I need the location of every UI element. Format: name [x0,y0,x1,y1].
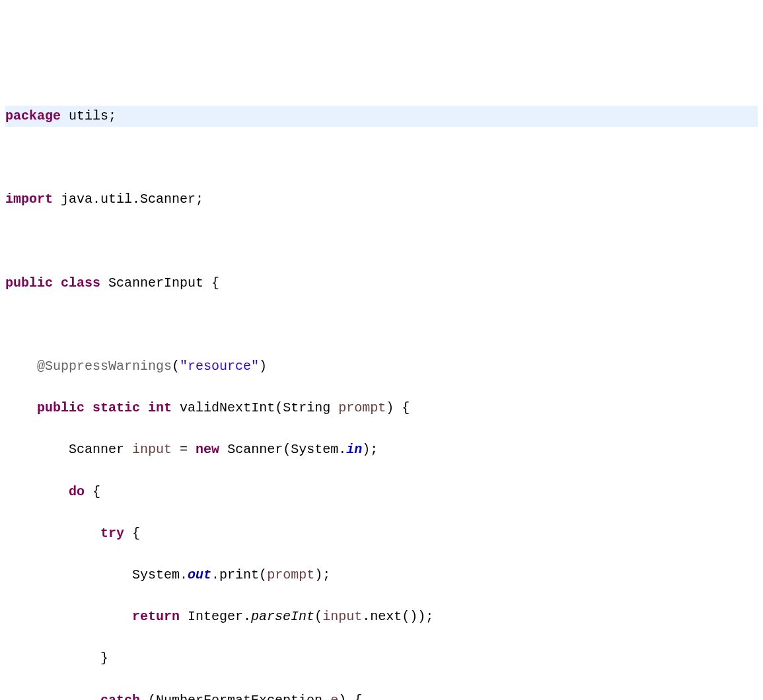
type-scanner: Scanner [69,442,124,457]
method-parseint: parseInt [251,609,314,624]
code-line [5,314,758,335]
package-name: utils [69,108,108,123]
keyword-do: do [69,484,85,499]
keyword-return: return [132,609,180,624]
method-print: print [219,567,259,582]
code-line: try { [5,523,758,544]
keyword-import: import [5,192,53,207]
param-prompt: prompt [267,567,314,582]
keyword-try: try [100,526,124,541]
code-line: return Integer.parseInt(input.next()); [5,606,758,627]
code-line [5,147,758,168]
code-line: catch (NumberFormatException e) { [5,690,758,700]
var-input: input [322,609,362,624]
code-line: Scanner input = new Scanner(System.in); [5,439,758,460]
keyword-package: package [5,108,61,123]
code-line: do { [5,481,758,503]
keyword-public: public [5,275,53,291]
code-line: } [5,648,758,669]
string-literal: "resource" [180,359,259,374]
param-prompt: prompt [338,400,386,415]
code-line: package utils; [5,106,758,127]
method-name: validNextInt [180,400,275,415]
code-line: System.out.print(prompt); [5,565,758,586]
annotation: @SuppressWarnings [37,359,172,374]
type-system: System [132,567,180,582]
type-string: String [283,400,330,415]
code-line: public static int validNextInt(String pr… [5,398,758,419]
keyword-int: int [148,400,172,415]
type-system: System [291,442,338,457]
keyword-new: new [196,442,219,457]
open-brace: { [211,275,219,291]
code-line: public class ScannerInput { [5,273,758,294]
method-next: next [370,609,402,624]
code-line: @SuppressWarnings("resource") [5,356,758,377]
semicolon: ; [108,108,116,123]
type-scanner: Scanner [227,442,283,457]
paren-close: ) [259,359,267,374]
field-out: out [188,567,211,582]
code-line: import java.util.Scanner; [5,189,758,210]
var-input: input [132,442,172,457]
keyword-class: class [61,275,100,291]
import-path: java.util.Scanner [61,192,196,207]
var-e: e [330,693,338,700]
keyword-public: public [37,400,85,415]
keyword-static: static [92,400,140,415]
semicolon: ; [196,192,203,207]
code-editor[interactable]: package utils; import java.util.Scanner;… [0,83,763,700]
class-name: ScannerInput [108,275,203,291]
type-integer: Integer [188,609,243,624]
code-line [5,231,758,252]
paren-open: ( [172,359,180,374]
keyword-catch: catch [100,693,140,700]
type-nfe: NumberFormatException [156,693,322,700]
field-in: in [346,442,362,457]
